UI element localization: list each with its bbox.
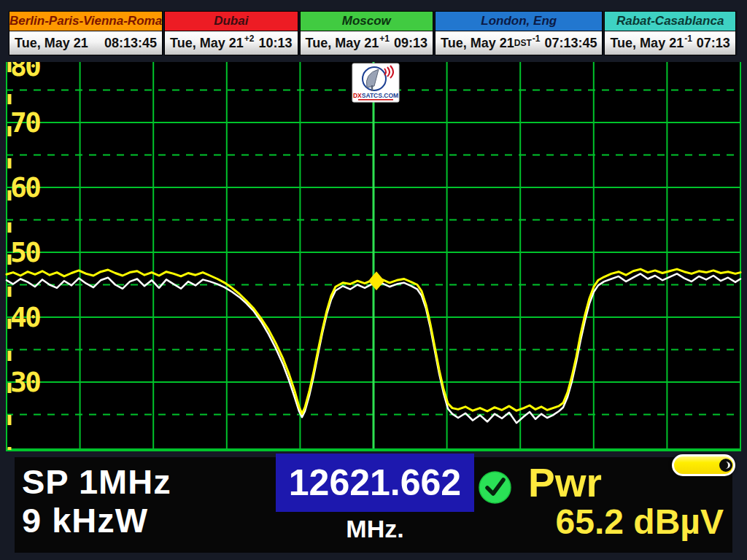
clock-datetime: Tue, May 21+210:13	[164, 31, 298, 55]
toggle-knob-icon	[719, 459, 732, 472]
y-axis-tick-label: 80	[10, 62, 40, 82]
dxsatcs-logo: DXSATCS.COM	[352, 63, 399, 102]
clock-city-label: Moscow	[300, 11, 433, 31]
power-toggle[interactable]	[672, 454, 735, 476]
y-axis-tick-label: 60	[10, 171, 40, 203]
clock-column-1: Berlin-Paris-Vienna-RomaTue, May 2108:13…	[9, 11, 164, 55]
clock-city-label: Berlin-Paris-Vienna-Roma	[9, 11, 163, 31]
clock-column-2: DubaiTue, May 21+210:13	[164, 11, 299, 55]
satellite-meter-screen: Berlin-Paris-Vienna-RomaTue, May 2108:13…	[0, 0, 747, 560]
clock-datetime: Tue, May 21+109:13	[300, 31, 433, 55]
power-value: 65.2 dBµV	[556, 502, 724, 542]
clock-datetime: Tue, May 21DST-107:13:45	[435, 31, 603, 55]
clock-column-3: MoscowTue, May 21+109:13	[300, 11, 435, 55]
spectrum-chart: 807060504030DXSATCS.COM	[0, 62, 747, 452]
clock-column-4: London, EngTue, May 21DST-107:13:45	[435, 11, 604, 55]
clock-column-5: Rabat-CasablancaTue, May 21-107:13	[604, 11, 737, 55]
clock-city-label: Rabat-Casablanca	[604, 11, 735, 31]
check-circle-icon	[478, 470, 512, 505]
frequency-field[interactable]: 12621.662	[276, 454, 474, 512]
clock-city-label: London, Eng	[435, 11, 603, 31]
clock-city-label: Dubai	[164, 11, 298, 31]
span-setting: SP 1MHz	[22, 462, 171, 502]
y-axis-tick-label: 50	[10, 236, 40, 268]
svg-text:DXSATCS.COM: DXSATCS.COM	[353, 92, 398, 99]
clock-datetime: Tue, May 2108:13:45	[9, 31, 163, 55]
frequency-unit-label: MHz.	[276, 515, 474, 543]
clock-datetime: Tue, May 21-107:13	[604, 31, 735, 55]
y-axis-tick-label: 30	[10, 366, 40, 398]
power-label: Pwr	[528, 459, 602, 506]
frequency-value: 12621.662	[289, 462, 461, 504]
bandwidth-setting: 9 kHzW	[22, 500, 148, 540]
world-clocks: Berlin-Paris-Vienna-RomaTue, May 2108:13…	[9, 11, 722, 55]
y-axis-tick-label: 40	[10, 301, 40, 333]
y-axis-tick-label: 70	[10, 106, 40, 139]
